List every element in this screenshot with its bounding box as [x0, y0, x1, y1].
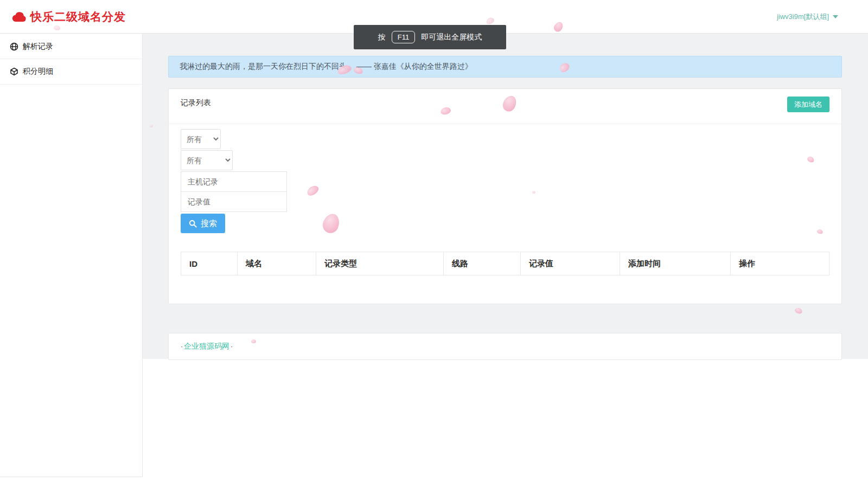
footer-decor-left: ·	[181, 343, 183, 350]
sidebar-item-label: 解析记录	[23, 42, 53, 52]
col-header-domain: 域名	[238, 252, 316, 275]
brand-logo[interactable]: 快乐二级域名分发	[11, 9, 126, 24]
col-header-add-time: 添加时间	[620, 252, 731, 275]
fullscreen-exit-toast: 按 F11 即可退出全屏模式	[354, 25, 506, 49]
sidebar-item-label: 积分明细	[23, 67, 53, 76]
col-header-line: 线路	[444, 252, 521, 275]
record-type-select[interactable]: 所有	[181, 129, 221, 149]
globe-icon	[10, 42, 18, 51]
line-select[interactable]: 所有	[181, 150, 233, 170]
panel-body: 所有 所有 搜索	[169, 124, 841, 304]
col-header-record-value: 记录值	[521, 252, 620, 275]
caret-down-icon	[833, 15, 838, 18]
cube-icon	[10, 67, 18, 76]
sidebar-item-resolution-records[interactable]: 解析记录	[0, 34, 142, 59]
search-icon	[189, 220, 197, 228]
col-header-record-type: 记录类型	[316, 252, 444, 275]
footer-link[interactable]: 企业猫源码网	[184, 342, 229, 351]
toast-prefix: 按	[378, 33, 386, 42]
panel-heading: 记录列表	[169, 89, 841, 124]
toast-suffix: 即可退出全屏模式	[421, 33, 482, 42]
add-domain-button[interactable]: 添加域名	[787, 97, 829, 112]
table-header-row: ID 域名 记录类型 线路 记录值 添加时间 操作	[181, 252, 829, 275]
records-table: ID 域名 记录类型 线路 记录值 添加时间 操作	[181, 252, 829, 275]
cloud-icon	[11, 11, 27, 23]
f11-key-badge: F11	[392, 31, 415, 43]
host-record-input[interactable]	[181, 171, 287, 192]
main-content: 我淋过的最大的雨，是那一天你在烈日下的不回头。 —— 张嘉佳《从你的全世界路过》…	[143, 34, 868, 359]
col-header-actions: 操作	[731, 252, 829, 275]
col-header-id: ID	[181, 252, 238, 275]
record-value-input[interactable]	[181, 191, 287, 212]
record-list-panel: 记录列表 添加域名 所有 所有 搜索	[168, 88, 842, 304]
quote-notice-banner: 我淋过的最大的雨，是那一天你在烈日下的不回头。 —— 张嘉佳《从你的全世界路过》	[168, 56, 842, 78]
footer-decor-right: ·	[231, 343, 233, 350]
panel-title: 记录列表	[181, 98, 211, 107]
user-name: jiwv3i9m[默认组]	[777, 12, 829, 22]
user-menu[interactable]: jiwv3i9m[默认组]	[777, 12, 838, 22]
sidebar: 解析记录 积分明细	[0, 34, 143, 477]
quote-text: 我淋过的最大的雨，是那一天你在烈日下的不回头。 —— 张嘉佳《从你的全世界路过》	[180, 62, 473, 72]
search-button-label: 搜索	[201, 219, 217, 229]
search-button[interactable]: 搜索	[181, 214, 225, 233]
footer-panel: · 企业猫源码网 ·	[168, 333, 842, 360]
brand-title: 快乐二级域名分发	[30, 9, 126, 24]
sidebar-item-points-detail[interactable]: 积分明细	[0, 59, 142, 85]
